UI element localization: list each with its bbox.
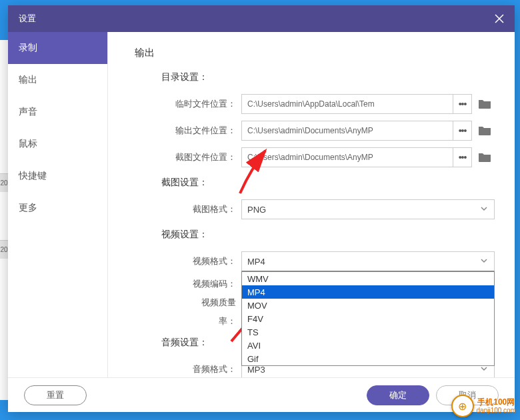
chevron-down-icon <box>479 204 489 215</box>
chevron-down-icon <box>479 256 489 267</box>
open-snapshot-folder-button[interactable] <box>475 147 495 167</box>
label-snapshot: 截图文件位置： <box>135 151 241 163</box>
sidebar-item-label: 录制 <box>19 42 37 54</box>
reset-button[interactable]: 重置 <box>24 385 87 405</box>
browse-output-button[interactable]: ••• <box>453 121 472 141</box>
output-path-input[interactable]: C:\Users\admin\Documents\AnyMP <box>241 121 453 141</box>
section-video: 视频设置： <box>161 229 495 241</box>
close-icon <box>495 14 504 23</box>
sidebar-item-label: 更多 <box>19 202 37 214</box>
open-output-folder-button[interactable] <box>475 121 495 141</box>
section-snapshot: 截图设置： <box>161 177 495 189</box>
option-mov[interactable]: MOV <box>242 299 494 312</box>
label-video-rate: 率： <box>135 315 241 327</box>
watermark-icon: ⊕ <box>451 395 474 417</box>
footer: 重置 确定 取消 <box>8 377 515 412</box>
folder-icon <box>478 125 491 136</box>
browse-snapshot-button[interactable]: ••• <box>453 147 472 167</box>
page-title: 输出 <box>135 47 495 59</box>
watermark-line1: 手机100网 <box>477 398 516 407</box>
settings-window: 设置 录制 输出 声音 鼠标 快捷键 更多 输出 目录设置： 临时文件位置： C… <box>8 5 515 412</box>
label-output: 输出文件位置： <box>135 125 241 137</box>
option-wmv[interactable]: WMV <box>242 272 494 285</box>
titlebar: 设置 <box>8 5 515 32</box>
temp-path-input[interactable]: C:\Users\admin\AppData\Local\Tem <box>241 94 453 114</box>
main-panel: 输出 目录设置： 临时文件位置： C:\Users\admin\AppData\… <box>108 32 515 377</box>
watermark: ⊕ 手机100网 danji100.com <box>451 395 516 417</box>
sidebar-item-output[interactable]: 输出 <box>8 64 107 96</box>
row-output-path: 输出文件位置： C:\Users\admin\Documents\AnyMP •… <box>135 121 495 141</box>
label-temp: 临时文件位置： <box>135 98 241 110</box>
option-gif[interactable]: Gif <box>242 352 494 365</box>
label-video-format: 视频格式： <box>135 255 241 267</box>
open-temp-folder-button[interactable] <box>475 94 495 114</box>
window-body: 录制 输出 声音 鼠标 快捷键 更多 输出 目录设置： 临时文件位置： C:\U… <box>8 32 515 377</box>
sidebar-item-label: 声音 <box>19 106 37 118</box>
label-video-quality: 视频质量 <box>135 297 241 309</box>
folder-icon <box>478 152 491 163</box>
option-mp4[interactable]: MP4 <box>242 285 494 299</box>
label-video-codec: 视频编码： <box>135 278 241 290</box>
option-f4v[interactable]: F4V <box>242 312 494 325</box>
option-ts[interactable]: TS <box>242 325 494 339</box>
sidebar-item-label: 鼠标 <box>19 138 37 150</box>
desktop-fragment: 20 20 <box>0 40 8 400</box>
sidebar-item-record[interactable]: 录制 <box>8 32 107 64</box>
video-format-select[interactable]: MP4 WMV MP4 MOV F4V TS AVI Gif <box>241 251 495 271</box>
option-avi[interactable]: AVI <box>242 339 494 352</box>
row-snap-format: 截图格式： PNG <box>135 199 495 219</box>
folder-icon <box>478 99 491 109</box>
row-snapshot-path: 截图文件位置： C:\Users\admin\Documents\AnyMP •… <box>135 147 495 167</box>
close-button[interactable] <box>484 5 515 32</box>
browse-temp-button[interactable]: ••• <box>453 94 472 114</box>
sidebar-item-more[interactable]: 更多 <box>8 192 107 224</box>
row-video-format: 视频格式： MP4 WMV MP4 MOV F4V TS AVI Gif <box>135 251 495 271</box>
snapshot-path-input[interactable]: C:\Users\admin\Documents\AnyMP <box>241 147 453 167</box>
ok-button[interactable]: 确定 <box>367 385 429 405</box>
sidebar-item-hotkey[interactable]: 快捷键 <box>8 160 107 192</box>
label-audio-format: 音频格式： <box>135 363 241 375</box>
snap-format-select[interactable]: PNG <box>241 199 495 219</box>
row-temp-path: 临时文件位置： C:\Users\admin\AppData\Local\Tem… <box>135 94 495 114</box>
video-format-dropdown: WMV MP4 MOV F4V TS AVI Gif <box>241 271 495 366</box>
label-snap-format: 截图格式： <box>135 203 241 215</box>
sidebar-item-sound[interactable]: 声音 <box>8 96 107 128</box>
sidebar-item-mouse[interactable]: 鼠标 <box>8 128 107 160</box>
window-title: 设置 <box>19 13 36 25</box>
sidebar: 录制 输出 声音 鼠标 快捷键 更多 <box>8 32 108 377</box>
section-directory: 目录设置： <box>161 71 495 83</box>
watermark-line2: danji100.com <box>477 407 516 414</box>
sidebar-item-label: 输出 <box>19 74 37 86</box>
sidebar-item-label: 快捷键 <box>19 170 47 182</box>
